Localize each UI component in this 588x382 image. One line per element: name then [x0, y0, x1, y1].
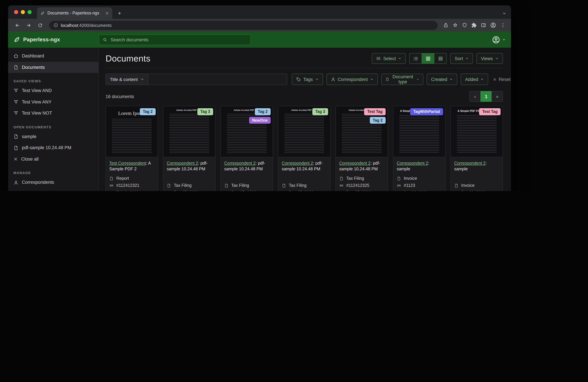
document-date-row: Jan 20, 2021 — [454, 190, 499, 191]
document-thumbnail[interactable]: Adobe Acrobat PDF Files Tag 3 — [278, 106, 330, 157]
document-date-value: Dec 27, 2020 — [346, 191, 371, 191]
user-menu[interactable] — [492, 36, 506, 44]
divider — [105, 68, 503, 68]
filter-correspondent-button[interactable]: Correspondent — [326, 74, 378, 85]
sidebar-item-dashboard[interactable]: Dashboard — [8, 50, 99, 62]
search-input[interactable] — [110, 37, 247, 42]
document-correspondent-link[interactable]: Correspondent 2 — [167, 161, 198, 166]
tag-badge[interactable]: Test Tag — [364, 108, 386, 115]
browser-tab[interactable]: Documents - Paperless-ngx — [37, 7, 112, 19]
site-info-icon[interactable] — [53, 23, 58, 28]
reload-button[interactable] — [35, 20, 45, 30]
url-field[interactable]: localhost:4200/documents — [49, 21, 438, 30]
tag-badge[interactable]: Test Tag — [479, 108, 501, 115]
menu-icon[interactable] — [500, 22, 506, 28]
sidebar-item-open-doc-pdf-sample[interactable]: pdf-sample 10.24.48 PM — [8, 142, 99, 154]
sidebar-item-tags[interactable]: Tags — [8, 188, 99, 191]
search-icon — [103, 37, 107, 42]
sidebar-item-open-doc-sample[interactable]: sample — [8, 131, 99, 142]
calendar-icon — [109, 190, 114, 191]
document-correspondent-link[interactable]: Test Correspondent — [109, 161, 146, 166]
document-correspondent-link[interactable]: Correspondent 2 — [339, 161, 371, 166]
document-thumbnail[interactable]: A Simple PDF File Test Tag — [451, 106, 503, 157]
select-button[interactable]: Select — [372, 53, 406, 64]
tag-badge[interactable]: Tag 2 — [255, 108, 271, 115]
grid-view-icon — [426, 56, 431, 61]
close-tab-icon[interactable] — [105, 11, 109, 15]
document-thumbnail[interactable]: Adobe Acrobat PDF Files Tag 2NewOne — [221, 106, 273, 157]
document-type-value: Tax Filing — [289, 184, 307, 188]
grid-view-button[interactable] — [422, 53, 435, 64]
tag-icon — [296, 77, 301, 82]
document-thumbnail[interactable]: Adobe Acrobat PDF Files Test TagTag 2 — [336, 106, 388, 157]
document-asn-value: #1123 — [404, 184, 415, 188]
close-window-button[interactable] — [14, 10, 18, 14]
document-thumbnail[interactable]: A Simple PDF File TagWithPartial — [393, 106, 445, 157]
tag-badge[interactable]: TagWithPartial — [410, 108, 443, 115]
pagination: « 1 » — [469, 91, 503, 102]
tag-badge[interactable]: Tag 3 — [197, 108, 213, 115]
minimize-window-button[interactable] — [21, 10, 25, 14]
reset-filters-button[interactable]: Reset filters — [493, 77, 511, 82]
new-tab-button[interactable] — [115, 9, 124, 18]
card-tags: Tag 3 — [197, 108, 213, 115]
document-date-value: Dec 27, 2020 — [174, 191, 199, 191]
saved-view-label: Test View NOT — [22, 110, 52, 116]
sort-button[interactable]: Sort — [450, 53, 473, 64]
share-icon[interactable] — [443, 22, 448, 28]
maximize-window-button[interactable] — [28, 10, 32, 14]
filter-icon — [13, 111, 19, 116]
filter-field-label: Title & content — [110, 77, 138, 82]
tag-badge[interactable]: Tag 2 — [370, 117, 386, 124]
document-date-row: Dec 27, 2020 — [167, 190, 212, 191]
document-thumbnail[interactable]: Adobe Acrobat PDF Files Tag 3 — [163, 106, 215, 157]
main-content: Documents Select Sort — [99, 48, 511, 191]
document-correspondent-link[interactable]: Correspondent 2 — [224, 161, 255, 166]
sidebar-item-close-all[interactable]: Close all — [8, 154, 99, 165]
document-title: Correspondent 2: sample — [454, 161, 499, 172]
back-button[interactable] — [12, 20, 22, 30]
tag-badge[interactable]: Tag 3 — [312, 108, 328, 115]
browser-window: Documents - Paperless-ngx localhost:4200… — [8, 5, 511, 191]
filter-icon — [13, 88, 19, 93]
shield-icon[interactable] — [462, 22, 467, 28]
chevron-down-icon — [502, 11, 506, 16]
document-thumbnail[interactable]: Lorem Ipsum Tag 2 — [106, 106, 158, 157]
person-icon — [331, 77, 335, 82]
list-view-button[interactable] — [409, 53, 422, 64]
extensions-icon[interactable] — [471, 22, 477, 28]
filter-text-input[interactable] — [148, 74, 287, 85]
views-button[interactable]: Views — [476, 53, 503, 64]
panel-icon[interactable] — [481, 22, 486, 28]
sidebar-item-documents[interactable]: Documents — [8, 62, 99, 73]
sidebar-item-correspondents[interactable]: Correspondents — [8, 177, 99, 188]
document-correspondent-link[interactable]: Correspondent 2 — [282, 161, 313, 166]
document-type-value: Report — [116, 177, 129, 181]
tag-badge[interactable]: Tag 2 — [140, 108, 156, 115]
profile-icon[interactable] — [490, 22, 496, 28]
filter-created-button[interactable]: Created — [427, 74, 457, 85]
document-type-icon — [109, 176, 114, 181]
star-icon[interactable] — [453, 22, 458, 28]
document-title: Correspondent 2: pdf-sample 10.24.48 PM — [224, 161, 269, 172]
filter-document-type-button[interactable]: Document type — [381, 74, 423, 85]
app-brand[interactable]: Paperless-ngx — [13, 36, 99, 43]
tag-badge[interactable]: NewOne — [249, 117, 271, 124]
sidebar-item-saved-view-and[interactable]: Test View AND — [8, 85, 99, 96]
desktop: Documents - Paperless-ngx localhost:4200… — [0, 0, 588, 191]
detail-view-button[interactable] — [434, 53, 447, 64]
page-1-button[interactable]: 1 — [481, 91, 492, 102]
document-correspondent-link[interactable]: Correspondent 2 — [397, 161, 428, 166]
tab-search-button[interactable] — [502, 11, 506, 16]
page-next-button[interactable]: » — [491, 91, 503, 102]
document-type-icon — [224, 183, 229, 188]
sidebar-item-saved-view-any[interactable]: Test View ANY — [8, 96, 99, 107]
filter-tags-button[interactable]: Tags — [292, 74, 323, 85]
forward-button[interactable] — [23, 20, 34, 30]
page-prev-button[interactable]: « — [469, 91, 481, 102]
filter-field-dropdown[interactable]: Title & content — [105, 74, 148, 85]
filter-added-button[interactable]: Added — [461, 74, 488, 85]
card-tags: Test Tag — [479, 108, 501, 115]
document-correspondent-link[interactable]: Correspondent 2 — [454, 161, 485, 166]
sidebar-item-saved-view-not[interactable]: Test View NOT — [8, 107, 99, 119]
